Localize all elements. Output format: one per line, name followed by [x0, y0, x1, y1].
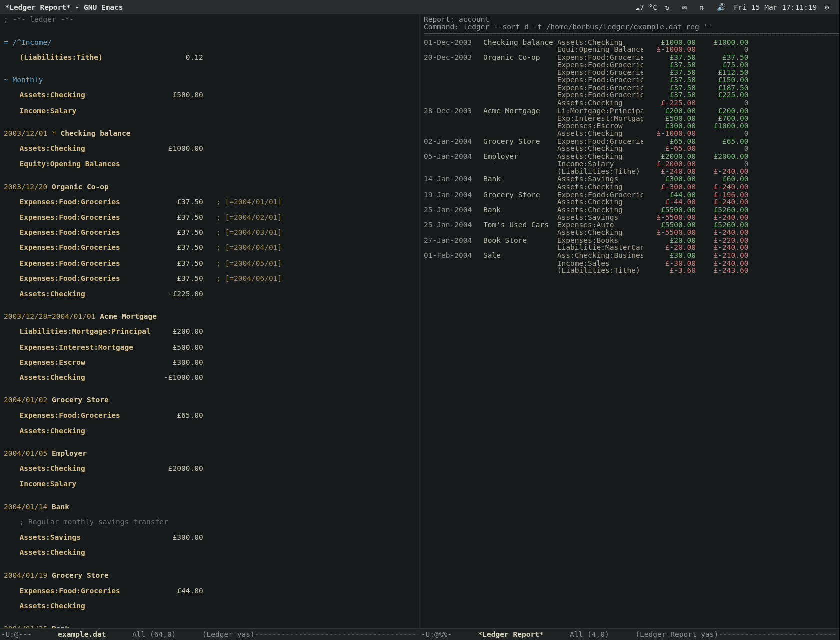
modeline-modes: (Ledger Report yas): [636, 630, 718, 639]
report-row: Assets:Savings£-5500.00£-240.00: [424, 214, 836, 222]
source-line: 2004/01/05 Employer: [4, 450, 416, 458]
report-row: Assets:Checking£-5500.00£-240.00: [424, 229, 836, 236]
report-row: 19-Jan-2004Grocery StoreExpens:Food:Groc…: [424, 191, 836, 198]
report-row: 01-Feb-2004SaleAss:Checking:Business£30.…: [424, 252, 836, 260]
report-row: Liabilitie:MasterCard£-20.00£-240.00: [424, 244, 836, 252]
source-line: Assets:Checking £2000.00: [4, 466, 416, 473]
modeline-position: All (64,0): [132, 630, 176, 639]
mail-icon[interactable]: ✉: [682, 2, 692, 12]
modeline-flags: -U:@%%-: [422, 630, 452, 639]
report-row: Equi:Opening Balances£-1000.000: [424, 46, 836, 54]
right-modeline[interactable]: -U:@%%- *Ledger Report* All (4,0) (Ledge…: [420, 628, 840, 640]
top-panel: *Ledger Report* - GNU Emacs ☁ 7 °C ↻ ✉ ⇅…: [0, 0, 840, 14]
right-pane: Report: accountCommand: ledger --sort d …: [420, 14, 840, 640]
source-line: ; Regular monthly savings transfer: [4, 519, 416, 526]
report-row: Assets:Checking£-300.00£-240.00: [424, 184, 836, 191]
report-row: Assets:Checking£-44.00£-240.00: [424, 198, 836, 206]
source-line: ~ Monthly: [4, 77, 416, 84]
source-line: 2004/01/19 Grocery Store: [4, 572, 416, 580]
source-line: 2003/12/01 * Checking balance: [4, 130, 416, 138]
source-line: 2004/01/02 Grocery Store: [4, 397, 416, 404]
source-line: 2004/01/14 Bank: [4, 504, 416, 511]
report-row: Assets:Checking£-1000.000: [424, 130, 836, 138]
source-line: Assets:Checking £500.00: [4, 92, 416, 100]
clock[interactable]: Fri 15 Mar 17:11:19: [734, 3, 817, 12]
source-line: Expenses:Food:Groceries £37.50 ; [=2004/…: [4, 260, 416, 267]
report-row: (Liabilities:Tithe)£-3.60£-243.60: [424, 268, 836, 275]
report-line: Report: account: [424, 16, 836, 24]
report-row: 25-Jan-2004Tom's Used CarsExpenses:Auto£…: [424, 222, 836, 229]
report-row: 02-Jan-2004Grocery StoreExpens:Food:Groc…: [424, 138, 836, 146]
source-line: Expenses:Food:Groceries £44.00: [4, 588, 416, 595]
report-row: Assets:Checking£-65.000: [424, 146, 836, 153]
report-row: Assets:Checking£-225.000: [424, 100, 836, 107]
report-row: (Liabilities:Tithe)£-240.00£-240.00: [424, 168, 836, 176]
source-line: Expenses:Food:Groceries £65.00: [4, 412, 416, 420]
source-line: Assets:Checking: [4, 602, 416, 610]
modeline-position: All (4,0): [570, 630, 610, 639]
source-line: 2003/12/20 Organic Co-op: [4, 184, 416, 191]
source-line: Income:Salary: [4, 480, 416, 488]
report-row: 27-Jan-2004Book StoreExpenses:Books£20.0…: [424, 237, 836, 244]
modeline-buffer-name: *Ledger Report*: [478, 630, 544, 639]
source-line: Assets:Savings £300.00: [4, 534, 416, 542]
source-line: (Liabilities:Tithe) 0.12: [4, 54, 416, 62]
window-title: *Ledger Report* - GNU Emacs: [6, 3, 124, 12]
source-line: Assets:Checking -£225.00: [4, 290, 416, 298]
report-row: 14-Jan-2004BankAssets:Savings£300.00£60.…: [424, 176, 836, 184]
report-row: 05-Jan-2004EmployerAssets:Checking£2000.…: [424, 153, 836, 160]
source-line: Expenses:Escrow £300.00: [4, 359, 416, 366]
system-tray: ☁ 7 °C ↻ ✉ ⇅ 🔊 Fri 15 Mar 17:11:19 ⚙: [636, 2, 834, 12]
source-line: Assets:Checking -£1000.00: [4, 374, 416, 382]
settings-gear-icon[interactable]: ⚙: [825, 2, 834, 12]
source-line: ; -*- ledger -*-: [4, 16, 416, 24]
source-line: Assets:Checking: [4, 550, 416, 557]
modeline-buffer-name: example.dat: [58, 630, 106, 639]
modeline-fill: ----------------------------------------…: [718, 630, 838, 639]
source-line: Assets:Checking: [4, 428, 416, 435]
source-line: Assets:Checking £1000.00: [4, 146, 416, 153]
source-line: Expenses:Interest:Mortgage £500.00: [4, 344, 416, 351]
emacs-frame: ; -*- ledger -*- = /^Income/ (Liabilitie…: [0, 14, 840, 640]
source-line: Equity:Opening Balances: [4, 160, 416, 168]
modeline-modes: (Ledger yas): [202, 630, 255, 639]
source-line: Expenses:Food:Groceries £37.50 ; [=2004/…: [4, 198, 416, 206]
left-modeline[interactable]: -U:@--- example.dat All (64,0) (Ledger y…: [0, 628, 420, 640]
report-row: Expens:Food:Groceries£37.50£150.00: [424, 77, 836, 84]
report-row: 28-Dec-2003Acme MortgageLi:Mortgage:Prin…: [424, 108, 836, 115]
report-row: Exp:Interest:Mortgage£500.00£700.00: [424, 115, 836, 122]
source-line: Expenses:Food:Groceries £37.50 ; [=2004/…: [4, 275, 416, 282]
report-row: Income:Sales£-30.00£-240.00: [424, 260, 836, 267]
source-line: = /^Income/: [4, 38, 416, 46]
modeline-fill: ----------------------------------------…: [255, 630, 418, 639]
report-row: Expens:Food:Groceries£37.50£112.50: [424, 69, 836, 76]
source-line: Income:Salary: [4, 108, 416, 115]
report-row: Income:Salary£-2000.000: [424, 160, 836, 168]
weather-indicator[interactable]: ☁ 7 °C: [636, 3, 658, 12]
source-line: 2003/12/28=2004/01/01 Acme Mortgage: [4, 313, 416, 320]
source-line: Liabilities:Mortgage:Principal £200.00: [4, 328, 416, 336]
refresh-icon[interactable]: ↻: [666, 2, 674, 12]
report-line: ========================================…: [424, 31, 836, 38]
left-pane: ; -*- ledger -*- = /^Income/ (Liabilitie…: [0, 14, 420, 640]
volume-icon[interactable]: 🔊: [717, 2, 726, 12]
ledger-source-buffer[interactable]: ; -*- ledger -*- = /^Income/ (Liabilitie…: [0, 14, 420, 628]
report-row: 01-Dec-2003Checking balanceAssets:Checki…: [424, 38, 836, 46]
ledger-report-buffer[interactable]: Report: accountCommand: ledger --sort d …: [420, 14, 840, 628]
modeline-flags: -U:@---: [2, 630, 32, 639]
report-row: Expens:Food:Groceries£37.50£187.50: [424, 84, 836, 92]
report-row: 20-Dec-2003Organic Co-opExpens:Food:Groc…: [424, 54, 836, 62]
source-line: Expenses:Food:Groceries £37.50 ; [=2004/…: [4, 214, 416, 222]
report-row: Expenses:Escrow£300.00£1000.00: [424, 122, 836, 130]
report-row: Expens:Food:Groceries£37.50£75.00: [424, 62, 836, 69]
network-icon[interactable]: ⇅: [700, 2, 708, 12]
report-row: Expens:Food:Groceries£37.50£225.00: [424, 92, 836, 100]
source-line: Expenses:Food:Groceries £37.50 ; [=2004/…: [4, 229, 416, 236]
report-row: 25-Jan-2004BankAssets:Checking£5500.00£5…: [424, 206, 836, 214]
source-line: Expenses:Food:Groceries £37.50 ; [=2004/…: [4, 244, 416, 252]
